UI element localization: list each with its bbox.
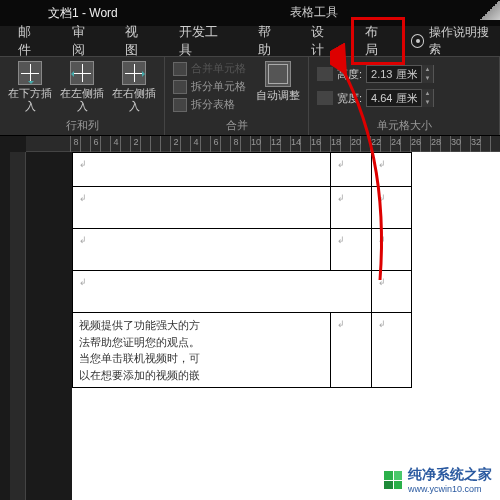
table-cell: ↲: [371, 313, 411, 388]
group-label-rows-cols: 行和列: [8, 116, 156, 133]
split-cells-icon: [173, 80, 187, 94]
merge-cells-button: 合并单元格: [173, 61, 246, 76]
table-cell: ↲: [73, 229, 331, 271]
paragraph-line: 以在想要添加的视频的嵌: [79, 367, 324, 384]
insert-right-icon: [122, 61, 146, 85]
split-table-button[interactable]: 拆分表格: [173, 97, 246, 112]
split-cells-button[interactable]: 拆分单元格: [173, 79, 246, 94]
table-cell: ↲: [73, 153, 331, 187]
vertical-ruler[interactable]: [10, 152, 26, 500]
group-label-merge: 合并: [173, 116, 300, 133]
watermark-logo-icon: [384, 471, 402, 489]
context-tab-label: 表格工具: [290, 4, 338, 21]
watermark-text: 纯净系统之家: [408, 466, 492, 484]
merge-cells-icon: [173, 62, 187, 76]
group-rows-cols: 在下方插入 在左侧插入 在右侧插入 行和列: [0, 57, 165, 135]
group-merge: 合并单元格 拆分单元格 拆分表格 自动调整 合并: [165, 57, 309, 135]
watermark: 纯净系统之家 www.ycwin10.com: [384, 466, 492, 494]
table-cell: ↲: [331, 313, 371, 388]
page-corner-fold: [480, 0, 500, 20]
table-cell: ↲: [73, 271, 372, 313]
insert-left-button[interactable]: 在左侧插入: [60, 61, 104, 113]
split-table-icon: [173, 98, 187, 112]
autofit-button[interactable]: 自动调整: [256, 61, 300, 112]
insert-below-icon: [18, 61, 42, 85]
paragraph-line: 视频提供了功能强大的方: [79, 317, 324, 334]
insert-below-button[interactable]: 在下方插入: [8, 61, 52, 113]
autofit-icon: [265, 61, 291, 87]
insert-left-icon: [70, 61, 94, 85]
insert-right-button[interactable]: 在右侧插入: [112, 61, 156, 113]
table-cell: 视频提供了功能强大的方 法帮助您证明您的观点。 当您单击联机视频时，可 以在想要…: [73, 313, 331, 388]
paragraph-line: 法帮助您证明您的观点。: [79, 334, 324, 351]
table-cell: ↲: [73, 187, 331, 229]
paragraph-line: 当您单击联机视频时，可: [79, 350, 324, 367]
annotation-arrow: [330, 30, 450, 290]
watermark-url: www.ycwin10.com: [408, 484, 492, 494]
